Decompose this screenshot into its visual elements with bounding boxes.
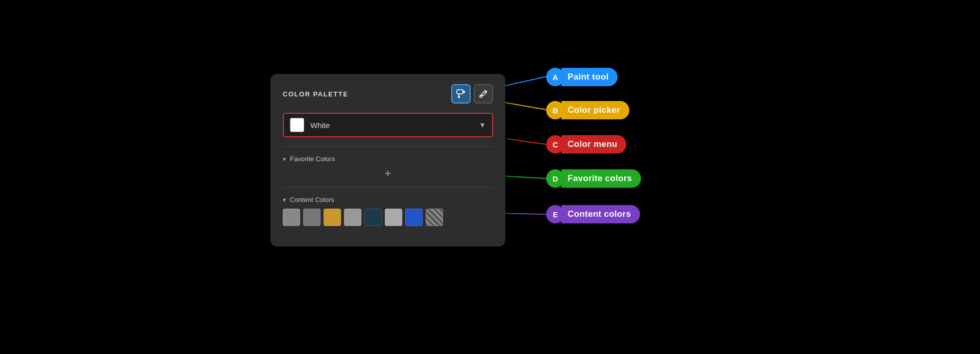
section-divider-2: [283, 187, 493, 188]
annotation-a: A Paint tool: [546, 67, 618, 87]
color-swatch-striped[interactable]: [426, 209, 443, 226]
label-a-text: Paint tool: [561, 68, 618, 86]
annotation-e: E Content colors: [546, 204, 640, 224]
selected-color-swatch: [290, 118, 304, 132]
label-e-text: Content colors: [561, 205, 640, 223]
annotation-b: B Color picker: [546, 100, 629, 120]
color-swatch-4[interactable]: [344, 209, 361, 226]
annotation-d: D Favorite colors: [546, 168, 641, 189]
label-c-badge: C: [546, 135, 565, 154]
content-colors-label: Content Colors: [290, 196, 334, 204]
svg-rect-5: [457, 90, 463, 94]
content-colors-section: ▾ Content Colors: [283, 187, 493, 230]
color-swatch-6[interactable]: [385, 209, 402, 226]
favorite-colors-section: ▾ Favorite Colors +: [283, 146, 493, 183]
label-d-badge: D: [546, 169, 565, 188]
color-swatch-3[interactable]: [324, 209, 341, 226]
label-b-badge: B: [546, 101, 565, 119]
favorite-colors-header[interactable]: ▾ Favorite Colors: [283, 151, 493, 166]
label-b-text: Color picker: [561, 101, 629, 119]
content-colors-header[interactable]: ▾ Content Colors: [283, 192, 493, 207]
add-favorite-color-button[interactable]: +: [283, 166, 493, 183]
label-c-text: Color menu: [561, 135, 626, 154]
svg-rect-7: [458, 96, 460, 98]
svg-line-2: [507, 139, 546, 144]
dropdown-arrow-icon: ▼: [479, 121, 486, 129]
label-e-badge: E: [546, 205, 565, 223]
label-d-text: Favorite colors: [561, 169, 641, 188]
label-a-badge: A: [546, 68, 565, 86]
svg-rect-8: [463, 91, 465, 93]
panel-header: COLOR PALETTE: [283, 84, 493, 104]
selected-color-name: White: [310, 121, 479, 130]
annotation-c: C Color menu: [546, 134, 626, 155]
chevron-down-icon: ▾: [283, 156, 286, 163]
color-swatch-7[interactable]: [405, 209, 423, 226]
paint-tool-button[interactable]: [451, 84, 471, 104]
panel-title: COLOR PALETTE: [283, 90, 348, 98]
content-colors-row: [283, 207, 493, 230]
color-swatch-5[interactable]: [364, 209, 382, 226]
chevron-down-icon-2: ▾: [283, 196, 286, 204]
color-swatch-1[interactable]: [283, 209, 300, 226]
panel-toolbar: [451, 84, 493, 104]
color-palette-panel: COLOR PALETTE: [271, 74, 505, 246]
color-swatch-2[interactable]: [303, 209, 321, 226]
svg-rect-6: [458, 94, 459, 96]
section-divider: [283, 146, 493, 147]
color-menu-dropdown[interactable]: White ▼: [283, 113, 493, 137]
color-picker-button[interactable]: [474, 84, 493, 104]
favorite-colors-label: Favorite Colors: [290, 155, 335, 163]
